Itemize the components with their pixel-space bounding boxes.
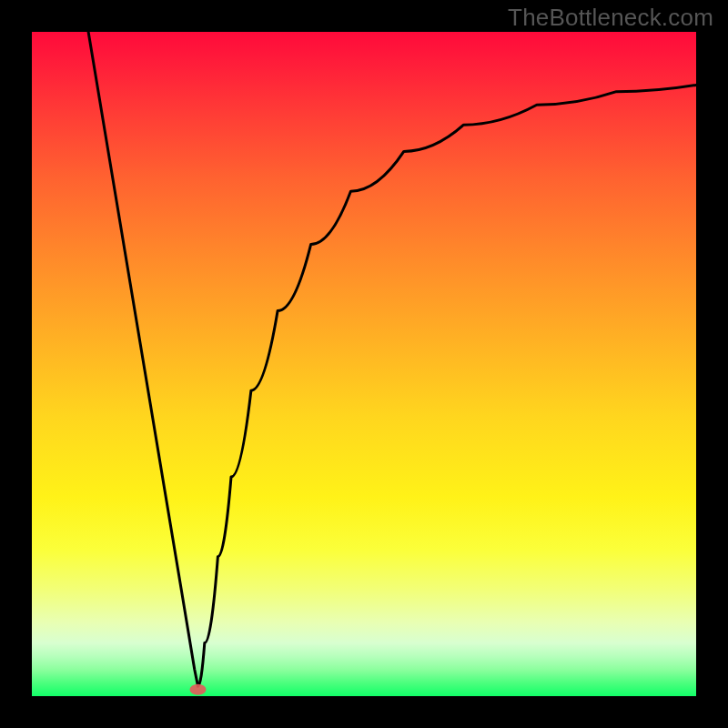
watermark-text: TheBottleneck.com xyxy=(508,4,713,32)
bottleneck-curve-right xyxy=(198,85,697,686)
plot-area xyxy=(32,32,696,696)
minimum-marker xyxy=(190,684,207,695)
bottleneck-curve-left xyxy=(88,32,197,686)
chart-frame: TheBottleneck.com xyxy=(0,0,728,728)
curve-layer xyxy=(32,32,696,696)
